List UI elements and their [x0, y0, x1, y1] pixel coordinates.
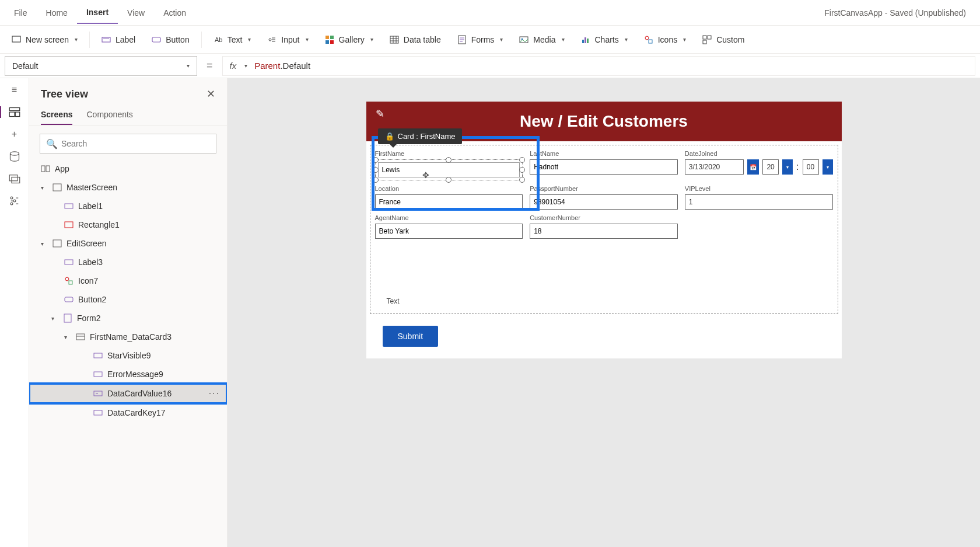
lastname-input[interactable]	[530, 159, 678, 175]
label-button[interactable]: Label	[94, 32, 142, 48]
menu-home[interactable]: Home	[37, 2, 77, 23]
search-input[interactable]	[61, 139, 210, 148]
resize-handle[interactable]	[373, 167, 379, 173]
svg-rect-9	[390, 36, 398, 43]
svg-rect-19	[708, 36, 711, 39]
min-value[interactable]: 00	[803, 159, 819, 175]
tree-item-rectangle1[interactable]: Rectangle1	[29, 215, 227, 234]
resize-handle[interactable]	[519, 167, 525, 173]
hour-value[interactable]: 20	[762, 159, 779, 175]
tree-item-datacardkey17[interactable]: DataCardKey17	[29, 403, 227, 422]
tree-view-icon[interactable]	[9, 106, 20, 118]
chevron-down-icon: ▾	[683, 36, 686, 43]
datacardvalue16-selected[interactable]: ✥	[375, 159, 523, 180]
tree-list: App ▾MasterScreen Label1 Rectangle1 ▾Edi…	[29, 159, 227, 547]
label-icon	[93, 370, 103, 379]
svg-rect-36	[65, 260, 73, 264]
tools-icon[interactable]	[9, 195, 20, 207]
tree-item-label1[interactable]: Label1	[29, 197, 227, 215]
min-chevron-icon[interactable]: ▾	[822, 159, 833, 175]
svg-rect-26	[12, 177, 20, 183]
location-label: Location	[375, 185, 523, 192]
formula-input[interactable]: fx ▾ Parent.Default	[222, 56, 975, 76]
formula-text: Parent.Default	[254, 61, 310, 71]
tree-item-firstname-datacard[interactable]: ▾FirstName_DataCard3	[29, 327, 227, 346]
media-button[interactable]: Media ▾	[512, 32, 571, 48]
tree-item-app[interactable]: App	[29, 159, 227, 178]
firstname-input[interactable]	[378, 162, 520, 177]
forms-button[interactable]: Forms ▾	[450, 32, 510, 48]
property-selector[interactable]: Default ▾	[5, 56, 197, 76]
more-icon[interactable]: ···	[209, 388, 220, 399]
resize-handle[interactable]	[373, 177, 379, 183]
tab-screens[interactable]: Screens	[41, 105, 72, 125]
tab-components[interactable]: Components	[86, 105, 132, 125]
screen-icon	[12, 35, 21, 44]
icons-button[interactable]: Icons ▾	[637, 32, 693, 48]
tree-item-form2[interactable]: ▾Form2	[29, 309, 227, 327]
resize-handle[interactable]	[446, 177, 452, 183]
vip-input[interactable]	[685, 194, 833, 210]
svg-rect-35	[53, 240, 61, 247]
menu-insert[interactable]: Insert	[77, 2, 118, 24]
resize-handle[interactable]	[373, 157, 379, 163]
custno-input[interactable]	[530, 224, 678, 239]
svg-point-16	[645, 36, 649, 40]
gallery-button[interactable]: Gallery ▾	[318, 32, 380, 48]
svg-rect-30	[41, 166, 45, 172]
tree-item-starvisible[interactable]: StarVisible9	[29, 346, 227, 365]
screen-icon	[52, 239, 62, 248]
media-icon	[519, 35, 528, 44]
form2-preview[interactable]: FirstName ✥	[370, 145, 838, 314]
textinput-icon	[93, 389, 103, 398]
hour-chevron-icon[interactable]: ▾	[782, 159, 793, 175]
datejoined-picker[interactable]: 3/13/2020 📅 20 ▾ : 00 ▾	[685, 159, 833, 175]
custom-icon	[702, 35, 712, 44]
svg-rect-20	[703, 40, 706, 44]
canvas[interactable]: ✎ New / Edit Customers 🔒 Card : FirstNam…	[228, 78, 980, 547]
calendar-icon[interactable]: 📅	[747, 159, 759, 175]
chevron-down-icon: ▾	[306, 36, 309, 43]
date-value[interactable]: 3/13/2020	[685, 159, 744, 175]
resize-handle[interactable]	[519, 157, 525, 163]
new-screen-button[interactable]: New screen ▾	[5, 32, 85, 48]
charts-button[interactable]: Charts ▾	[574, 32, 635, 48]
label-icon	[93, 351, 103, 360]
edit-screen-preview: ✎ New / Edit Customers 🔒 Card : FirstNam…	[366, 102, 842, 358]
text-button[interactable]: Abc Text ▾	[206, 32, 258, 48]
passport-label: PassportNumber	[530, 185, 678, 192]
plus-icon[interactable]: +	[9, 128, 20, 140]
firstname-label: FirstName	[375, 150, 523, 157]
chevron-down-icon: ▾	[562, 36, 565, 43]
menu-view[interactable]: View	[118, 2, 154, 23]
media-rail-icon[interactable]	[9, 173, 20, 184]
data-table-button[interactable]: Data table	[383, 32, 448, 48]
input-button[interactable]: Input ▾	[260, 32, 315, 48]
menu-action[interactable]: Action	[154, 2, 195, 23]
tree-item-datacardvalue16[interactable]: DataCardValue16···	[29, 384, 227, 403]
formula-bar: Default ▾ = fx ▾ Parent.Default	[0, 54, 980, 78]
submit-button[interactable]: Submit	[383, 326, 439, 347]
passport-input[interactable]	[530, 194, 678, 210]
svg-rect-42	[94, 353, 102, 358]
hamburger-icon[interactable]: ≡	[9, 84, 20, 96]
location-input[interactable]	[375, 194, 523, 210]
tree-item-errormessage[interactable]: ErrorMessage9	[29, 365, 227, 384]
custom-button[interactable]: Custom	[695, 32, 751, 48]
tree-item-icon7[interactable]: Icon7	[29, 271, 227, 290]
svg-point-37	[65, 277, 69, 281]
tree-item-edit-screen[interactable]: ▾EditScreen	[29, 234, 227, 253]
chevron-down-icon: ▾	[51, 315, 58, 322]
agent-input[interactable]	[375, 224, 523, 239]
tree-item-label3[interactable]: Label3	[29, 253, 227, 271]
resize-handle[interactable]	[519, 177, 525, 183]
svg-rect-7	[326, 40, 329, 44]
back-arrow-icon[interactable]: ✎	[376, 107, 384, 120]
button-button[interactable]: Button	[145, 32, 196, 48]
menu-file[interactable]: File	[5, 2, 37, 23]
tree-item-button2[interactable]: Button2	[29, 290, 227, 309]
data-icon[interactable]	[9, 151, 20, 162]
tree-search[interactable]: 🔍	[40, 134, 216, 154]
tree-item-master-screen[interactable]: ▾MasterScreen	[29, 178, 227, 197]
close-icon[interactable]: ✕	[206, 88, 215, 100]
